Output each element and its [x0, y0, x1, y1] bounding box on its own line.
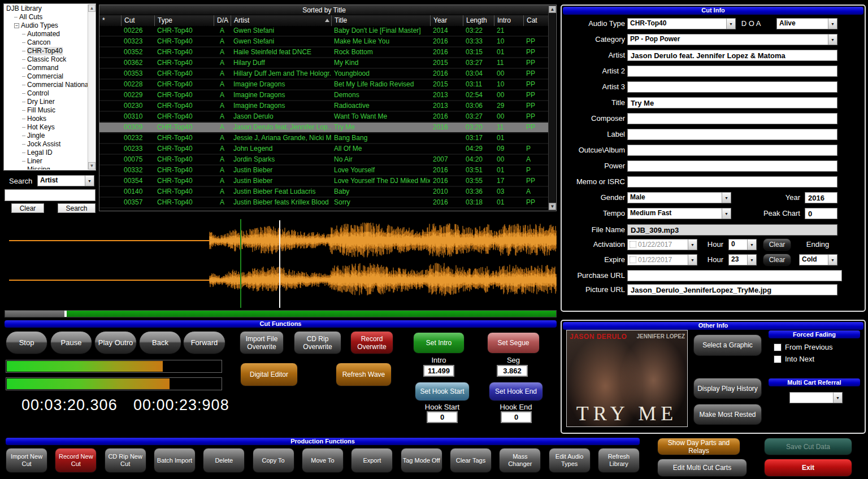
edit-audio-types-button[interactable]: Edit Audio Types — [549, 448, 591, 473]
exit-button[interactable]: Exit — [764, 459, 852, 477]
table-row-00362[interactable]: 00362CHR-Top40AHilary DuffMy Kind201503:… — [99, 58, 549, 69]
display-play-history-button[interactable]: Display Play History — [693, 378, 762, 399]
table-row-00353[interactable]: 00353CHR-Top40AHillary Duff Jem and The … — [99, 69, 549, 80]
search-by-select[interactable]: Artist — [37, 175, 94, 186]
chevron-down-icon[interactable] — [833, 393, 842, 403]
table-row-00310[interactable]: 00310CHR-Top40AJason DeruloWant To Want … — [99, 112, 549, 123]
back-button[interactable]: Back — [139, 331, 181, 354]
chevron-down-icon[interactable] — [688, 240, 697, 250]
batch-import-button[interactable]: Batch Import — [154, 448, 196, 473]
tree-item-legal-id[interactable]: Legal ID — [5, 149, 88, 157]
clear-tags-button[interactable]: Clear Tags — [450, 448, 492, 473]
table-row-00357[interactable]: 00357CHR-Top40AJustin Bieber feats Krill… — [99, 198, 549, 208]
move-to-button[interactable]: Move To — [302, 448, 344, 473]
into-next-checkbox[interactable] — [774, 355, 782, 363]
forward-button[interactable]: Forward — [183, 331, 225, 354]
artist-field[interactable] — [627, 50, 837, 61]
export-button[interactable]: Export — [351, 448, 393, 473]
column-header-type[interactable]: Type — [154, 15, 214, 26]
import-new-cut-button[interactable]: Import New Cut — [6, 448, 47, 473]
tree-item-jock-assist[interactable]: Jock Assist — [5, 140, 88, 149]
table-row-00233[interactable]: 00233CHR-Top40AJohn LegendAll Of Me04:29… — [99, 144, 549, 155]
column-header-year[interactable]: Year — [430, 15, 463, 26]
record-overwrite-button[interactable]: Record Overwrite — [350, 331, 393, 354]
tree-item-dry-liner[interactable]: Dry Liner — [5, 98, 88, 106]
cd-rip-overwrite-button[interactable]: CD Rip Overwrite — [294, 331, 341, 354]
set-segue-button[interactable]: Set Segue — [487, 332, 540, 354]
table-row-00228[interactable]: 00228CHR-Top40AImagine DragonsBet My Lif… — [99, 80, 549, 90]
table-row-00323[interactable]: 00323CHR-Top40AGwen StefaniMake Me Like … — [99, 37, 549, 47]
column-header-artist[interactable]: Artist — [231, 15, 331, 26]
import-file-overwrite-button[interactable]: Import File Overwrite — [240, 331, 284, 354]
audio-type-select[interactable]: CHR-Top40 — [627, 18, 736, 29]
show-day-parts-button[interactable]: Show Day Parts and Relays — [657, 438, 740, 455]
outcue-album-field[interactable] — [627, 145, 837, 156]
chevron-down-icon[interactable] — [747, 240, 756, 250]
playback-progress-bar[interactable] — [5, 310, 557, 317]
table-row-00230[interactable]: 00230CHR-Top40AImagine DragonsRadioactiv… — [99, 101, 549, 112]
tree-item-commercial-national[interactable]: Commercial National — [5, 81, 88, 89]
stop-button[interactable]: Stop — [6, 331, 47, 354]
mass-changer-button[interactable]: Mass Changer — [499, 448, 541, 473]
artist3-field[interactable] — [627, 81, 837, 93]
digital-editor-button[interactable]: Digital Editor — [240, 363, 298, 386]
table-row-00140[interactable]: 00140CHR-Top40AJustin Bieber Feat Ludacr… — [99, 187, 549, 198]
activation-clear-button[interactable]: Clear — [763, 238, 791, 251]
memo-isrc-field[interactable] — [627, 176, 837, 188]
expire-checkbox[interactable] — [630, 256, 636, 263]
delete-button[interactable]: Delete — [203, 448, 245, 473]
column-header-tag[interactable]: * — [99, 15, 121, 26]
tempo-select[interactable]: Medium Fast — [627, 208, 731, 219]
tree-item-cancon[interactable]: Cancon — [5, 38, 88, 47]
activation-hour-select[interactable]: 0 — [728, 239, 757, 250]
column-header-title[interactable]: Title — [331, 15, 430, 26]
activation-date-select[interactable]: 01/22/2017 — [627, 239, 697, 250]
table-row-00226[interactable]: 00226CHR-Top40AGwen StefaniBaby Don't Li… — [99, 26, 549, 37]
table-row-00309[interactable]: 00309CHR-Top40AJason Derulo feat. Jennif… — [99, 123, 549, 133]
tag-mode-off-button[interactable]: Tag Mode Off — [401, 448, 442, 473]
tree-item-commercial[interactable]: Commercial — [5, 72, 88, 81]
title-field[interactable] — [627, 97, 837, 108]
set-intro-button[interactable]: Set Intro — [413, 332, 465, 354]
composer-field[interactable] — [627, 113, 837, 124]
table-row-00232[interactable]: 00232CHR-Top40AJessie J, Ariana Grande, … — [99, 133, 549, 144]
scroll-up-icon[interactable]: ▲ — [88, 5, 96, 12]
scroll-down-icon[interactable]: ▼ — [549, 203, 556, 210]
chevron-down-icon[interactable] — [828, 255, 837, 265]
save-cut-data-button[interactable]: Save Cut Data — [764, 438, 852, 455]
expire-clear-button[interactable]: Clear — [763, 254, 791, 266]
gender-select[interactable]: Male — [627, 192, 731, 203]
play-outro-button[interactable]: Play Outro — [94, 331, 137, 354]
tree-item-classic-rock[interactable]: Classic Rock — [5, 55, 88, 64]
table-row-00229[interactable]: 00229CHR-Top40AImagine DragonsDemons2013… — [99, 90, 549, 101]
artist2-field[interactable] — [627, 66, 837, 77]
set-hook-start-button[interactable]: Set Hook Start — [415, 382, 470, 401]
purchase-url-field[interactable] — [627, 270, 842, 281]
set-hook-end-button[interactable]: Set Hook End — [489, 382, 543, 401]
picture-url-field[interactable] — [627, 284, 837, 295]
label-field[interactable] — [627, 129, 837, 140]
copy-to-button[interactable]: Copy To — [253, 448, 294, 473]
make-most-rested-button[interactable]: Make Most Rested — [693, 404, 762, 425]
column-header-cat[interactable]: Cat — [523, 15, 549, 26]
from-previous-checkbox[interactable] — [774, 343, 782, 351]
tree-item-jingle[interactable]: Jingle — [5, 132, 88, 140]
year-field[interactable] — [805, 192, 837, 203]
edit-multi-cut-carts-button[interactable]: Edit Multi Cut Carts — [657, 459, 747, 477]
scroll-up-icon[interactable]: ▲ — [549, 6, 556, 13]
chevron-down-icon[interactable] — [828, 34, 837, 45]
table-row-00352[interactable]: 00352CHR-Top40AHaile Steinfeld feat DNCE… — [99, 47, 549, 58]
expire-date-select[interactable]: 01/22/2017 — [627, 254, 697, 265]
waveform-display[interactable] — [5, 219, 557, 308]
tree-item-control[interactable]: Control — [5, 89, 88, 98]
chevron-down-icon[interactable] — [722, 208, 731, 219]
multi-cart-select[interactable] — [789, 392, 843, 403]
cd-rip-new-cut-button[interactable]: CD Rip New Cut — [105, 448, 146, 473]
tree-scrollbar[interactable]: ▲ ▼ — [88, 5, 95, 169]
column-header-intro[interactable]: Intro — [494, 15, 523, 26]
tree-item-hot-keys[interactable]: Hot Keys — [5, 123, 88, 132]
tree-item-hooks[interactable]: Hooks — [5, 115, 88, 123]
record-new-cut-button[interactable]: Record New Cut — [55, 448, 97, 473]
table-row-00332[interactable]: 00332CHR-Top40AJustin BieberLove Yoursel… — [99, 166, 549, 176]
chevron-down-icon[interactable] — [747, 255, 756, 265]
